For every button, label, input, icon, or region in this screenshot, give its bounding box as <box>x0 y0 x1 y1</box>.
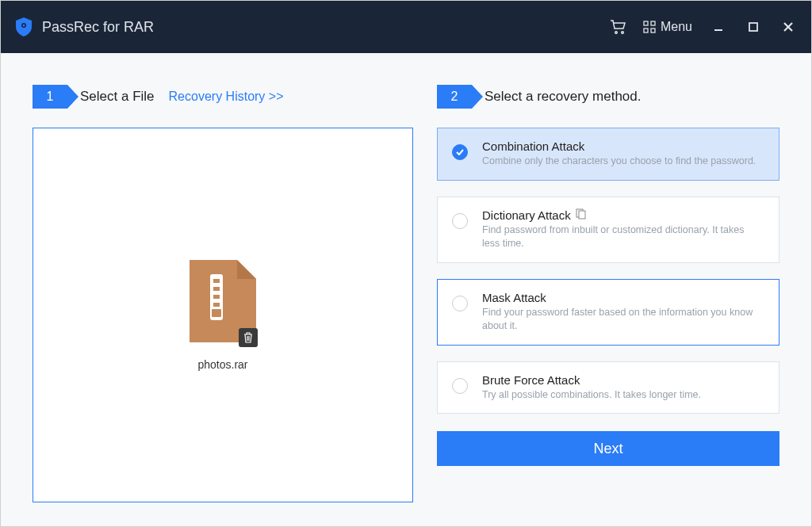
titlebar-left: PassRec for RAR <box>15 17 154 36</box>
shield-icon <box>15 17 33 36</box>
selected-file-name: photos.rar <box>197 358 247 371</box>
svg-rect-13 <box>213 279 220 283</box>
method-combination-attack[interactable]: Combination Attack Combine only the char… <box>437 128 779 181</box>
step2-label: Select a recovery method. <box>485 89 641 105</box>
minimize-button[interactable] <box>710 18 727 36</box>
method-title-text: Dictionary Attack <box>482 208 571 222</box>
svg-point-2 <box>615 32 618 34</box>
method-body: Mask Attack Find your password faster ba… <box>482 291 764 334</box>
method-brute-force-attack[interactable]: Brute Force Attack Try all possible comb… <box>437 361 779 414</box>
svg-rect-14 <box>213 287 220 291</box>
menu-button[interactable]: Menu <box>643 20 692 34</box>
radio-unchecked-icon <box>452 296 468 311</box>
remove-file-button[interactable] <box>239 328 258 347</box>
radio-checked-icon <box>452 144 468 160</box>
method-desc: Find your password faster based on the i… <box>482 306 764 334</box>
step1-badge: 1 <box>33 85 67 109</box>
svg-rect-5 <box>651 21 655 25</box>
file-drop-panel[interactable]: photos.rar <box>33 128 413 502</box>
method-body: Brute Force Attack Try all possible comb… <box>482 373 764 403</box>
method-title: Combination Attack <box>482 139 764 153</box>
svg-point-3 <box>622 32 624 34</box>
svg-rect-9 <box>749 23 757 31</box>
app-title: PassRec for RAR <box>42 19 154 36</box>
method-body: Dictionary Attack Find password from inb… <box>482 208 764 251</box>
method-desc: Combine only the characters you choose t… <box>482 155 764 169</box>
method-dictionary-attack[interactable]: Dictionary Attack Find password from inb… <box>437 197 779 263</box>
next-button[interactable]: Next <box>437 431 779 466</box>
method-title: Brute Force Attack <box>482 373 764 387</box>
menu-label: Menu <box>661 20 692 34</box>
titlebar-right: Menu <box>610 18 797 36</box>
recovery-history-link[interactable]: Recovery History >> <box>169 90 284 104</box>
step2-badge: 2 <box>437 85 472 109</box>
recovery-methods-list: Combination Attack Combine only the char… <box>437 128 779 414</box>
method-desc: Find password from inbuilt or customized… <box>482 223 764 251</box>
titlebar: PassRec for RAR Menu <box>1 1 811 53</box>
step1-column: 1 Select a File Recovery History >> <box>33 53 413 502</box>
method-mask-attack[interactable]: Mask Attack Find your password faster ba… <box>437 279 779 346</box>
svg-rect-15 <box>213 295 220 299</box>
svg-point-1 <box>23 25 25 27</box>
method-desc: Try all possible combinations. It takes … <box>482 388 764 403</box>
content-area: 1 Select a File Recovery History >> <box>1 53 811 526</box>
close-button[interactable] <box>779 18 797 36</box>
svg-rect-6 <box>644 29 648 32</box>
step1-header: 1 Select a File Recovery History >> <box>33 53 413 128</box>
method-body: Combination Attack Combine only the char… <box>482 139 764 169</box>
cart-button[interactable] <box>610 20 626 34</box>
maximize-button[interactable] <box>745 18 762 36</box>
dictionary-file-icon <box>576 208 587 222</box>
radio-unchecked-icon <box>452 378 468 394</box>
svg-rect-17 <box>212 309 221 317</box>
step1-label: Select a File <box>80 89 155 105</box>
radio-unchecked-icon <box>452 213 468 229</box>
method-title: Mask Attack <box>482 291 764 304</box>
svg-rect-4 <box>644 21 648 25</box>
app-window: PassRec for RAR Menu 1 <box>0 0 812 527</box>
step2-header: 2 Select a recovery method. <box>437 53 779 128</box>
method-title: Dictionary Attack <box>482 208 764 222</box>
svg-rect-19 <box>579 211 585 219</box>
file-icon-wrap <box>190 260 256 346</box>
step2-column: 2 Select a recovery method. Combination … <box>437 53 779 502</box>
svg-rect-16 <box>213 303 220 307</box>
svg-rect-7 <box>651 29 655 32</box>
